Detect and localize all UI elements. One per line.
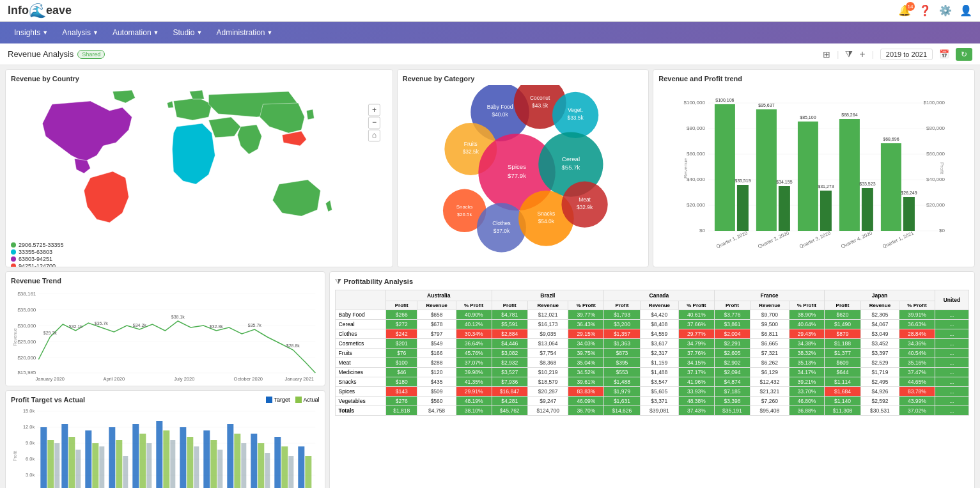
svg-rect-128 [99, 446, 104, 488]
svg-text:$88,264: $88,264 [841, 113, 857, 117]
profitability-title: Profitability Analysis [344, 278, 413, 285]
pct-cell: 37.66% [679, 320, 715, 329]
revenue-trend-panel: Revenue Trend $38,161 $35,000 $30,000 $2… [5, 271, 325, 386]
pct-cell: 43.99% [899, 397, 935, 406]
profit-cell: $16,847 [492, 387, 527, 397]
refresh-button[interactable]: ↻ [956, 48, 972, 61]
svg-rect-121 [47, 440, 54, 488]
nav-studio[interactable]: Studio▼ [167, 26, 209, 40]
svg-rect-133 [139, 434, 146, 488]
profit-cell: $1,631 [604, 397, 640, 406]
profit-cell: $3,527 [492, 368, 527, 377]
revenue-cell: $288 [417, 358, 456, 368]
pct-cell: 48.19% [456, 397, 492, 406]
svg-text:$0: $0 [939, 228, 945, 233]
svg-text:$26.5k: $26.5k [457, 212, 472, 217]
revenue-cell: $9,500 [751, 320, 789, 329]
svg-text:$31,273: $31,273 [818, 184, 834, 189]
help-icon[interactable]: ❓ [919, 4, 931, 17]
pct-cell: 36.63% [899, 320, 935, 329]
svg-rect-148 [258, 443, 264, 488]
revenue-cell: $678 [417, 320, 456, 329]
svg-text:Quarter 4, 2020: Quarter 4, 2020 [840, 230, 873, 249]
svg-rect-66 [839, 119, 860, 231]
pct-cell: 38.10% [456, 406, 492, 416]
pct-cell: 33.93% [679, 387, 715, 397]
nav-automation[interactable]: Automation▼ [106, 26, 166, 40]
pct-cell: 40.12% [456, 320, 492, 329]
row-label: Fruits [335, 349, 385, 358]
svg-text:$20,000: $20,000 [687, 202, 705, 208]
svg-text:$35.7k: $35.7k [95, 321, 109, 326]
calendar-icon[interactable]: 📅 [939, 49, 949, 59]
svg-text:Veget.: Veget. [568, 107, 583, 113]
notification-bell[interactable]: 🔔 14 [898, 4, 911, 17]
profit-cell: $272 [386, 320, 417, 329]
revenue-cell: $2,495 [860, 377, 899, 387]
revenue-cell: $95,408 [751, 406, 789, 416]
profit-cell: $1,377 [825, 349, 860, 358]
nav-administration[interactable]: Administration▼ [210, 26, 279, 40]
svg-rect-63 [820, 191, 832, 231]
revenue-cell: $3,452 [860, 339, 899, 349]
revenue-cell: $20,287 [527, 387, 568, 397]
pct-cell: 34.03% [568, 339, 604, 349]
svg-text:$25,000: $25,000 [17, 339, 36, 345]
pct-cell: 29.77% [679, 329, 715, 339]
col-canada: Canada [604, 290, 715, 301]
profit-cell: $201 [386, 339, 417, 349]
svg-text:12.0k: 12.0k [23, 424, 35, 430]
svg-text:October 2020: October 2020 [234, 376, 263, 382]
nav-analysis[interactable]: Analysis▼ [56, 26, 105, 40]
pct-cell: 37.02% [899, 406, 935, 416]
profit-cell: $4,446 [492, 339, 527, 349]
svg-text:$33,523: $33,523 [859, 182, 875, 186]
profit-cell: $3,776 [714, 310, 750, 320]
pct-cell: 35.04% [568, 358, 604, 368]
sub-col-rev-au: Revenue [417, 301, 456, 310]
pct-cell: 29.15% [568, 329, 604, 339]
add-icon[interactable]: + [859, 49, 865, 60]
settings-icon[interactable]: ⚙️ [939, 4, 952, 17]
svg-rect-131 [123, 456, 128, 488]
profit-cell: $4,874 [714, 377, 750, 387]
grid-view-icon[interactable]: ⊞ [823, 49, 830, 59]
profit-cell: $2,605 [714, 349, 750, 358]
profit-cell: $879 [825, 329, 860, 339]
svg-text:$95,637: $95,637 [758, 103, 774, 107]
revenue-cell: $4,559 [640, 329, 678, 339]
row-label: Meat [335, 358, 385, 368]
svg-rect-136 [163, 430, 169, 488]
svg-rect-139 [187, 437, 193, 488]
svg-text:Revenue: Revenue [13, 328, 17, 346]
svg-rect-141 [203, 430, 210, 488]
pct-cell: 36.43% [568, 320, 604, 329]
profit-cell: $609 [825, 358, 860, 368]
nav-insights[interactable]: Insights▼ [8, 26, 54, 40]
profit-target-title: Profit Target vs Actual [11, 396, 85, 404]
pct-cell: 83.78% [899, 387, 935, 397]
filter-icon[interactable]: ⧩ [845, 49, 853, 59]
revenue-cell: $6,262 [751, 358, 789, 368]
svg-rect-143 [217, 450, 222, 488]
revenue-cell: $3,397 [860, 349, 899, 358]
profit-cell: $276 [386, 397, 417, 406]
prof-table-wrapper[interactable]: Australia Brazil Canada France Japan Uni… [335, 290, 969, 488]
category-panel: Revenue by Category Baby Food $40.0k Coc… [397, 69, 649, 267]
sub-col-pct-au: % Profit [456, 301, 492, 310]
pct-cell: 29.91% [456, 387, 492, 397]
revenue-cell: $9,700 [751, 310, 789, 320]
user-icon[interactable]: 👤 [960, 4, 972, 17]
svg-text:Quarter 3, 2020: Quarter 3, 2020 [798, 230, 831, 249]
svg-rect-144 [227, 424, 233, 488]
pct-cell: 41.35% [456, 377, 492, 387]
notification-badge: 14 [906, 2, 915, 11]
svg-rect-70 [881, 143, 901, 231]
profit-cell: $1,188 [825, 339, 860, 349]
logo: Info 🌊 eave [8, 4, 72, 18]
revenue-cell: $13,064 [527, 339, 568, 349]
profit-cell: $3,200 [604, 320, 640, 329]
revenue-cell: $1,719 [860, 368, 899, 377]
svg-text:$80,000: $80,000 [687, 125, 705, 131]
profit-cell: $395 [604, 358, 640, 368]
